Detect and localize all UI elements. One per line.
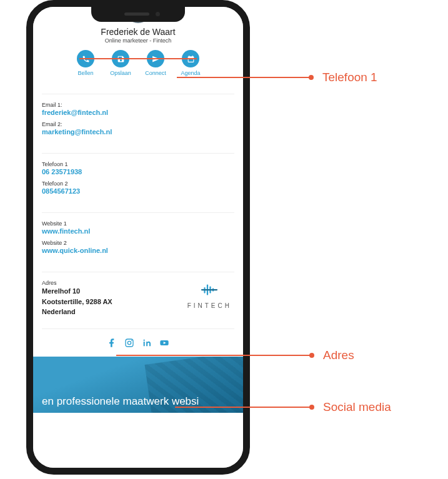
connect-label: Connect <box>141 70 171 76</box>
profile-name: Frederiek de Waart <box>33 27 243 37</box>
address-section: Adres Merelhof 10 Kootstertille, 9288 AX… <box>42 272 234 322</box>
address-text: Merelhof 10 Kootstertille, 9288 AX Neder… <box>42 286 112 317</box>
youtube-icon <box>159 338 169 348</box>
phone1-label: Telefoon 1 <box>42 161 234 167</box>
save-label: Opslaan <box>106 70 136 76</box>
address-line3: Nederland <box>42 307 112 317</box>
facebook-link[interactable] <box>107 338 117 350</box>
annotation-label: Telefoon 1 <box>322 71 377 84</box>
emails-section: Email 1: frederiek@fintech.nl Email 2: m… <box>42 94 234 146</box>
linkedin-icon <box>142 338 152 348</box>
phone2-label: Telefoon 2 <box>42 180 234 187</box>
phone-notch <box>91 6 185 22</box>
annotation-adres: Adres <box>116 348 410 362</box>
profile-role: Online marketeer - Fintech <box>33 37 243 44</box>
call-button[interactable]: Bellen <box>71 50 101 76</box>
address-line2: Kootstertille, 9288 AX <box>42 297 112 307</box>
annotation-line <box>177 77 309 78</box>
svg-point-2 <box>131 340 132 341</box>
instagram-icon <box>124 338 134 348</box>
websites-section: Website 1 www.fintech.nl Website 2 www.q… <box>42 212 234 264</box>
annotation-social: Social media <box>175 400 412 414</box>
email1-label: Email 1: <box>42 102 234 108</box>
fintech-logo-icon <box>198 279 221 301</box>
phones-section: Telefoon 1 06 23571938 Telefoon 2 085456… <box>42 153 234 205</box>
website1-label: Website 1 <box>42 220 234 227</box>
annotation-dot <box>309 353 314 358</box>
address-line1: Merelhof 10 <box>42 286 112 297</box>
annotation-dot <box>309 75 314 80</box>
website1-value[interactable]: www.fintech.nl <box>42 227 234 235</box>
annotation-line <box>175 407 310 408</box>
phone1-value[interactable]: 06 23571938 <box>42 168 234 175</box>
annotation-line <box>116 355 310 356</box>
profile-header: Frederiek de Waart Online marketeer - Fi… <box>33 23 243 44</box>
company-logo: FINTECH <box>187 279 234 309</box>
annotation-line-inline <box>79 58 197 59</box>
connect-button[interactable]: Connect <box>141 50 171 76</box>
phone2-value[interactable]: 0854567123 <box>42 187 234 195</box>
email2-value[interactable]: marketing@fintech.nl <box>42 128 234 136</box>
email1-value[interactable]: frederiek@fintech.nl <box>42 109 234 116</box>
save-button[interactable]: Opslaan <box>106 50 136 76</box>
website2-label: Website 2 <box>42 240 234 246</box>
call-label: Bellen <box>71 70 101 76</box>
content: Email 1: frederiek@fintech.nl Email 2: m… <box>33 94 243 357</box>
svg-point-1 <box>127 341 131 344</box>
annotation-dot <box>309 405 314 410</box>
address-label: Adres <box>42 280 112 286</box>
email2-label: Email 2: <box>42 121 234 127</box>
annotation-label: Adres <box>323 348 354 362</box>
facebook-icon <box>107 338 117 348</box>
annotation-label: Social media <box>323 400 391 414</box>
company-logo-text: FINTECH <box>187 302 232 309</box>
annotation-telefoon1: Telefoon 1 <box>177 71 414 84</box>
website2-value[interactable]: www.quick-online.nl <box>42 247 234 254</box>
